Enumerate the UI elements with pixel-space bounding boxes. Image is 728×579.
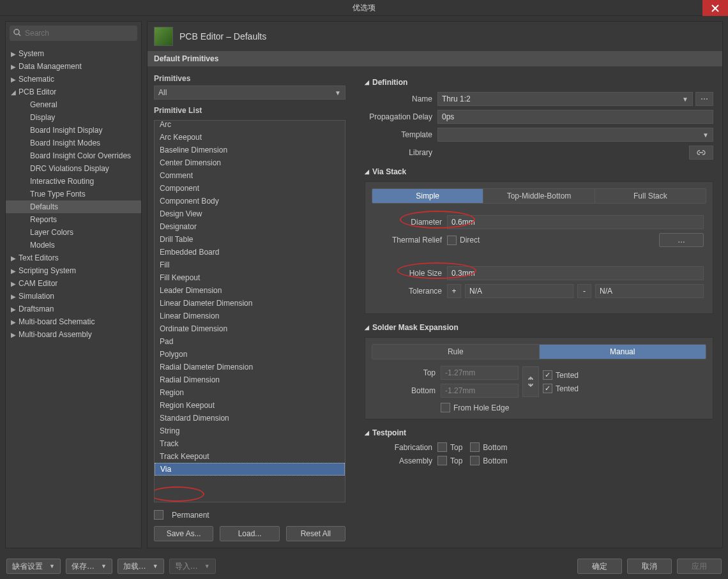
primitive-list[interactable]: ArcArc KeepoutBaseline DimensionCenter D… <box>154 120 345 502</box>
asm-top-checkbox[interactable] <box>437 456 447 465</box>
fab-top-checkbox[interactable] <box>437 442 447 452</box>
tolerance-minus-field[interactable]: N/A <box>595 284 704 298</box>
nav-item-board-insight-color-overrides[interactable]: Board Insight Color Overrides <box>6 149 141 162</box>
defaults-dropdown[interactable]: 缺省设置▼ <box>6 559 61 574</box>
propagation-delay-field[interactable] <box>437 110 713 124</box>
name-field[interactable]: Thru 1:2▼ <box>437 92 693 106</box>
nav-item-defaults[interactable]: Defaults <box>6 200 141 213</box>
link-values-button[interactable] <box>522 366 539 397</box>
template-field[interactable]: ▼ <box>437 128 713 142</box>
tented-top-checkbox[interactable]: ✓ <box>543 370 552 380</box>
testpoint-header[interactable]: ◢Testpoint <box>365 428 713 437</box>
primitive-item[interactable]: Radial Diameter Dimension <box>155 361 345 373</box>
expand-icon: ▶ <box>11 50 19 57</box>
primitive-item[interactable]: Drill Table <box>155 233 345 246</box>
nav-item-label: Scripting System <box>19 266 76 275</box>
primitive-item[interactable]: Via <box>155 463 345 476</box>
nav-item-models[interactable]: Models <box>6 239 141 252</box>
primitive-item[interactable]: Region <box>155 386 345 399</box>
nav-item-drc-violations-display[interactable]: DRC Violations Display <box>6 162 141 175</box>
via-stack-header[interactable]: ◢Via Stack <box>365 167 713 176</box>
name-more-button[interactable]: ⋯ <box>695 92 713 106</box>
primitive-item[interactable]: Baseline Dimension <box>155 144 345 156</box>
solder-mask-header[interactable]: ◢Solder Mask Expansion <box>365 323 713 332</box>
ok-button[interactable]: 确定 <box>577 559 622 574</box>
primitive-item[interactable]: Designator <box>155 220 345 233</box>
primitive-item[interactable]: Fill <box>155 259 345 271</box>
primitive-item[interactable]: Arc <box>155 120 345 131</box>
nav-item-draftsman[interactable]: ▶Draftsman <box>6 303 141 315</box>
reset-all-button[interactable]: Reset All <box>286 526 345 541</box>
close-button[interactable] <box>702 0 728 16</box>
primitive-item[interactable]: Fill Keepout <box>155 271 345 284</box>
nav-item-system[interactable]: ▶System <box>6 47 141 60</box>
diameter-field[interactable] <box>447 215 704 229</box>
footer: 缺省设置▼ 保存…▼ 加载…▼ 导入…▼ 确定 取消 应用 <box>0 553 728 579</box>
asm-bottom-checkbox[interactable] <box>470 456 480 465</box>
nav-item-true-type-fonts[interactable]: True Type Fonts <box>6 188 141 200</box>
primitive-item[interactable]: Standard Dimension <box>155 412 345 425</box>
primitive-item[interactable]: Embedded Board <box>155 246 345 259</box>
primitive-item[interactable]: Arc Keepout <box>155 131 345 144</box>
nav-item-simulation[interactable]: ▶Simulation <box>6 290 141 303</box>
primitive-item[interactable]: Linear Dimension <box>155 310 345 322</box>
apply-button[interactable]: 应用 <box>677 559 722 574</box>
primitive-item[interactable]: Ordinate Dimension <box>155 322 345 335</box>
nav-item-display[interactable]: Display <box>6 111 141 124</box>
load-dropdown[interactable]: 加载…▼ <box>118 559 164 574</box>
nav-item-scripting-system[interactable]: ▶Scripting System <box>6 264 141 277</box>
nav-item-interactive-routing[interactable]: Interactive Routing <box>6 175 141 188</box>
nav-item-schematic[interactable]: ▶Schematic <box>6 73 141 86</box>
from-hole-edge-checkbox[interactable] <box>441 403 450 412</box>
primitive-item[interactable]: Comment <box>155 169 345 182</box>
primitives-filter[interactable]: All ▼ <box>154 86 345 100</box>
direct-checkbox[interactable] <box>447 236 457 245</box>
permanent-checkbox[interactable] <box>154 510 163 520</box>
nav-item-general[interactable]: General <box>6 98 141 111</box>
definition-header[interactable]: ◢Definition <box>365 78 713 87</box>
hole-size-field[interactable] <box>447 266 704 280</box>
via-stack-tab-top-middle-bottom[interactable]: Top-Middle-Bottom <box>483 189 595 203</box>
nav-item-multi-board-schematic[interactable]: ▶Multi-board Schematic <box>6 315 141 328</box>
import-dropdown[interactable]: 导入…▼ <box>169 559 216 574</box>
primitive-item[interactable]: Region Keepout <box>155 399 345 412</box>
nav-item-text-editors[interactable]: ▶Text Editors <box>6 252 141 264</box>
primitive-item[interactable]: Polygon <box>155 348 345 361</box>
primitive-item[interactable]: String <box>155 425 345 437</box>
nav-item-reports[interactable]: Reports <box>6 213 141 226</box>
nav-item-multi-board-assembly[interactable]: ▶Multi-board Assembly <box>6 328 141 341</box>
expand-icon: ▶ <box>11 280 19 287</box>
solder-tab-rule[interactable]: Rule <box>372 345 540 359</box>
primitive-item[interactable]: Linear Diameter Dimension <box>155 297 345 310</box>
tented-bottom-checkbox[interactable]: ✓ <box>543 384 552 393</box>
primitive-item[interactable]: Track <box>155 437 345 450</box>
primitive-item[interactable]: Track Keepout <box>155 450 345 463</box>
primitive-item[interactable]: Center Dimension <box>155 156 345 169</box>
solder-tab-manual[interactable]: Manual <box>540 345 706 359</box>
sm-top-field: -1.27mm <box>441 366 519 380</box>
search-input[interactable] <box>25 29 133 38</box>
save-as-button[interactable]: Save As... <box>154 526 213 541</box>
library-link-button[interactable] <box>689 146 713 160</box>
search-box[interactable] <box>10 26 137 41</box>
nav-item-data-management[interactable]: ▶Data Management <box>6 60 141 73</box>
primitive-item[interactable]: Pad <box>155 335 345 348</box>
nav-item-pcb-editor[interactable]: ◢PCB Editor <box>6 86 141 98</box>
cancel-button[interactable]: 取消 <box>627 559 672 574</box>
nav-item-layer-colors[interactable]: Layer Colors <box>6 226 141 239</box>
primitive-item[interactable]: Component Body <box>155 195 345 207</box>
thermal-more-button[interactable]: … <box>659 233 704 247</box>
primitive-item[interactable]: Leader Dimension <box>155 284 345 297</box>
tolerance-plus-field[interactable]: N/A <box>465 284 573 298</box>
via-stack-tab-simple[interactable]: Simple <box>372 189 483 203</box>
nav-item-board-insight-display[interactable]: Board Insight Display <box>6 124 141 137</box>
fab-bottom-checkbox[interactable] <box>470 442 480 452</box>
via-stack-tab-full-stack[interactable]: Full Stack <box>595 189 706 203</box>
nav-item-cam-editor[interactable]: ▶CAM Editor <box>6 277 141 290</box>
primitive-item[interactable]: Component <box>155 182 345 195</box>
primitive-item[interactable]: Radial Dimension <box>155 373 345 386</box>
save-dropdown[interactable]: 保存…▼ <box>66 559 112 574</box>
load-button[interactable]: Load... <box>220 526 279 541</box>
primitive-item[interactable]: Design View <box>155 207 345 220</box>
nav-item-board-insight-modes[interactable]: Board Insight Modes <box>6 137 141 149</box>
